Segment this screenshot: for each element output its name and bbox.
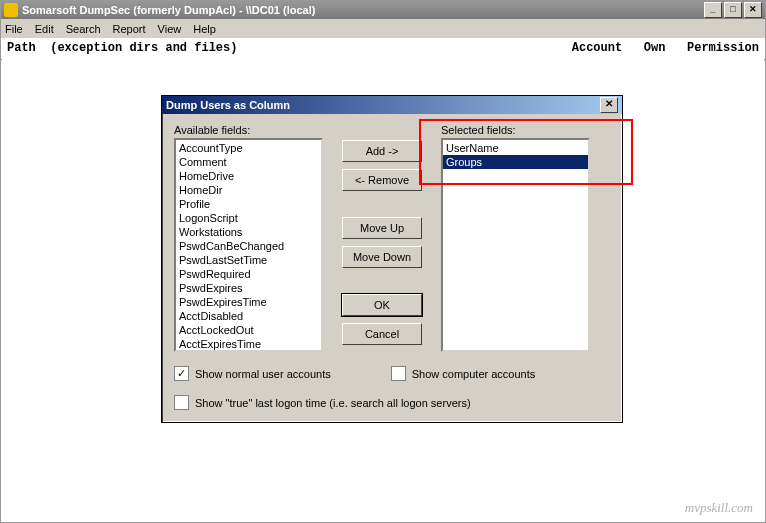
main-window-titlebar: Somarsoft DumpSec (formerly DumpAcl) - \… — [1, 1, 765, 19]
close-button[interactable]: ✕ — [744, 2, 762, 18]
list-item[interactable]: PswdExpires — [176, 281, 321, 295]
menu-edit[interactable]: Edit — [35, 23, 54, 35]
app-icon — [4, 3, 18, 17]
list-item[interactable]: PswdRequired — [176, 267, 321, 281]
list-item[interactable]: Groups — [443, 155, 588, 169]
list-item[interactable]: UserName — [443, 141, 588, 155]
list-item[interactable]: AcctLockedOut — [176, 323, 321, 337]
list-item[interactable]: Comment — [176, 155, 321, 169]
add-button[interactable]: Add -> — [342, 140, 422, 162]
menu-search[interactable]: Search — [66, 23, 101, 35]
move-up-button[interactable]: Move Up — [342, 217, 422, 239]
menu-file[interactable]: File — [5, 23, 23, 35]
show-normal-label: Show normal user accounts — [195, 368, 331, 380]
menu-view[interactable]: View — [158, 23, 182, 35]
show-true-lastlogon-checkbox[interactable] — [174, 395, 189, 410]
list-item[interactable]: PswdLastSetTime — [176, 253, 321, 267]
list-item[interactable]: PswdExpiresTime — [176, 295, 321, 309]
window-controls: _ □ ✕ — [704, 2, 762, 18]
show-true-lastlogon-label: Show "true" last logon time (i.e. search… — [195, 397, 471, 409]
column-headers: Path (exception dirs and files) Account … — [1, 39, 765, 60]
list-item[interactable]: Workstations — [176, 225, 321, 239]
available-fields-label: Available fields: — [174, 124, 323, 136]
selected-fields-label: Selected fields: — [441, 124, 590, 136]
list-item[interactable]: LogonScript — [176, 211, 321, 225]
menu-bar: File Edit Search Report View Help — [1, 19, 765, 39]
list-item[interactable]: LastLogonTime — [176, 351, 321, 352]
dialog-title: Dump Users as Column — [166, 99, 600, 111]
watermark: mvpskill.com — [685, 500, 753, 516]
show-normal-checkbox[interactable] — [174, 366, 189, 381]
show-computer-checkbox[interactable] — [391, 366, 406, 381]
header-account: Account Own Permission — [572, 41, 759, 59]
list-item[interactable]: HomeDir — [176, 183, 321, 197]
available-fields-list[interactable]: AccountTypeCommentHomeDriveHomeDirProfil… — [174, 138, 323, 352]
maximize-button[interactable]: □ — [724, 2, 742, 18]
move-down-button[interactable]: Move Down — [342, 246, 422, 268]
header-path: Path (exception dirs and files) — [7, 41, 237, 59]
minimize-button[interactable]: _ — [704, 2, 722, 18]
list-item[interactable]: PswdCanBeChanged — [176, 239, 321, 253]
remove-button[interactable]: <- Remove — [342, 169, 422, 191]
dialog-titlebar[interactable]: Dump Users as Column ✕ — [162, 96, 622, 114]
menu-report[interactable]: Report — [113, 23, 146, 35]
cancel-button[interactable]: Cancel — [342, 323, 422, 345]
list-item[interactable]: AcctExpiresTime — [176, 337, 321, 351]
list-item[interactable]: AcctDisabled — [176, 309, 321, 323]
list-item[interactable]: Profile — [176, 197, 321, 211]
show-computer-label: Show computer accounts — [412, 368, 536, 380]
main-window-title: Somarsoft DumpSec (formerly DumpAcl) - \… — [22, 4, 704, 16]
ok-button[interactable]: OK — [342, 294, 422, 316]
selected-fields-list[interactable]: UserNameGroups — [441, 138, 590, 352]
list-item[interactable]: HomeDrive — [176, 169, 321, 183]
dump-users-dialog: Dump Users as Column ✕ Available fields:… — [161, 95, 623, 423]
list-item[interactable]: AccountType — [176, 141, 321, 155]
menu-help[interactable]: Help — [193, 23, 216, 35]
dialog-close-button[interactable]: ✕ — [600, 97, 618, 113]
